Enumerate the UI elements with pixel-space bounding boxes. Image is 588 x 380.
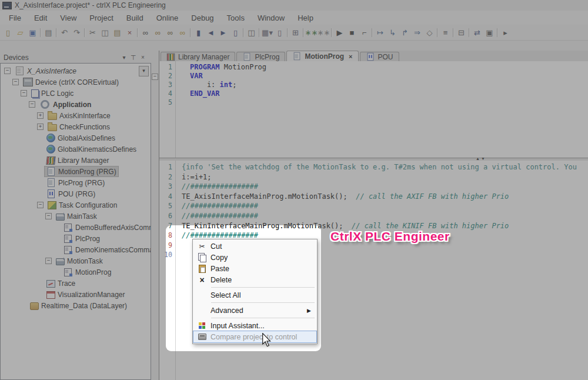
next-bookmark-icon[interactable]: ► (217, 26, 229, 38)
device-grid-icon[interactable]: ⊞ (289, 26, 302, 38)
collapse-expander-icon[interactable]: − (29, 101, 35, 108)
delete-icon[interactable]: × (123, 26, 136, 38)
line-number[interactable]: 10 (159, 250, 176, 260)
context-menu-item-input-assistant[interactable]: Input Assistant... (193, 320, 316, 331)
context-menu-item-advanced[interactable]: Advanced▶ (193, 305, 316, 316)
print-icon[interactable]: ▤ (42, 26, 55, 38)
tree-item-x-axisinterface[interactable]: −X_AxisInterface▾ (1, 65, 151, 76)
line-number[interactable]: 5 (159, 201, 176, 211)
menu-online[interactable]: Online (150, 12, 185, 24)
run-to-cursor-icon[interactable]: ⇒ (411, 26, 423, 38)
tree-item-visualizationmanager[interactable]: VisualizationManager (1, 289, 151, 300)
paste-icon[interactable]: ▤ (111, 26, 123, 38)
line-number[interactable]: 1 (159, 162, 176, 172)
tree-item-plc-logic[interactable]: −PLC Logic (1, 88, 151, 99)
clear-bookmarks-icon[interactable]: ▯ (229, 26, 242, 38)
context-menu-item-delete[interactable]: ×Delete (193, 274, 316, 285)
panel-close-icon[interactable]: × (138, 54, 148, 61)
declaration-editor[interactable]: 1PROGRAM MotionProg2VAR3 i: int;4END_VAR… (159, 61, 588, 159)
sync-icon[interactable]: ⇄ (471, 26, 483, 38)
stop-icon[interactable]: ■ (346, 26, 358, 38)
insert-object-icon[interactable]: ▦▾ (261, 26, 273, 38)
collapse-expander-icon[interactable]: − (4, 68, 11, 74)
cut-icon[interactable]: ✂ (86, 26, 99, 38)
find-in-selection-icon[interactable]: ∞ (152, 26, 164, 38)
collapse-expander-icon[interactable]: − (12, 79, 19, 85)
collapse-expander-icon[interactable]: − (45, 258, 52, 264)
logout-icon[interactable]: ∗∗ (318, 26, 330, 38)
tree-item-plcprog-prg[interactable]: PlcProg (PRG) (1, 177, 151, 188)
download-icon[interactable]: ▣ (483, 26, 496, 38)
tree-item-application[interactable]: −Application (1, 99, 151, 110)
tree-item-pou-prg[interactable]: POU (PRG) (1, 188, 151, 199)
display-mode-icon[interactable]: ⊟ (455, 26, 467, 38)
code-line-5[interactable]: 5//################ (159, 201, 588, 211)
tree-item-axiskininterface[interactable]: +AxisKinInterface (1, 110, 151, 121)
tree-item-plcprog[interactable]: PlcProg (1, 233, 151, 244)
line-number[interactable]: 2 (159, 72, 176, 81)
tree-item-demokinematicscomman[interactable]: DemoKinematicsComman (1, 244, 151, 255)
code-line-4[interactable]: 4TE_AxisInterfaceMainProg.mMotionTask();… (159, 192, 588, 202)
tree-item-device-ctrlx-corevirtual[interactable]: −Device (ctrlX COREvirtual) (1, 76, 151, 88)
menu-help[interactable]: Help (291, 12, 320, 24)
bookmark-icon[interactable]: ▮ (192, 26, 205, 38)
single-cycle-icon[interactable]: ⌐ (358, 26, 370, 38)
tree-item-realtime-data-datalayer[interactable]: Realtime_Data (DataLayer) (1, 300, 151, 311)
collapse-expander-icon[interactable]: − (45, 213, 52, 219)
context-menu-item-select-all[interactable]: Select All (193, 289, 316, 301)
open-project-icon[interactable]: ▱ (14, 26, 26, 38)
step-over-icon[interactable]: ↦ (374, 26, 386, 38)
code-line-3[interactable]: 3 i: int; (159, 81, 588, 89)
menu-window[interactable]: Window (251, 12, 291, 24)
find-icon[interactable]: ∞ (139, 26, 152, 38)
menu-view[interactable]: View (54, 12, 83, 24)
code-line-1[interactable]: 1PROGRAM MotionProg (159, 63, 588, 72)
line-number[interactable]: 9 (159, 241, 176, 251)
replace-icon[interactable]: ∞ (164, 26, 176, 38)
code-line-2[interactable]: 2VAR (159, 72, 588, 81)
menu-build[interactable]: Build (120, 12, 150, 24)
step-into-icon[interactable]: ↳ (386, 26, 399, 38)
expand-expander-icon[interactable]: + (37, 124, 44, 130)
line-number[interactable]: 4 (159, 192, 176, 202)
menu-project[interactable]: Project (83, 12, 119, 24)
line-number[interactable]: 5 (159, 98, 176, 107)
undo-icon[interactable]: ↶ (58, 26, 71, 38)
tree-root-dropdown-icon[interactable]: ▾ (139, 66, 149, 76)
login-icon[interactable]: ∗∗ (305, 26, 318, 38)
toolbar-overflow-icon[interactable]: ▸ (499, 26, 512, 38)
step-out-icon[interactable]: ↱ (399, 26, 411, 38)
tab-pou[interactable]: POU (360, 52, 399, 61)
new-project-icon[interactable]: ▯ (2, 26, 14, 38)
code-line-4[interactable]: 4END_VAR (159, 89, 588, 98)
code-line-2[interactable]: 2i:=i+1; (159, 172, 588, 182)
context-menu-item-paste[interactable]: Paste (193, 263, 316, 274)
tree-item-task-configuration[interactable]: −Task Configuration (1, 199, 151, 211)
line-number[interactable]: 4 (159, 89, 176, 98)
line-number[interactable]: 1 (159, 63, 176, 72)
new-pou-icon[interactable]: ▯ (273, 26, 286, 38)
collapse-expander-icon[interactable]: − (37, 202, 44, 208)
code-line-1[interactable]: 1{info 'Set the watchdog of the MotionTa… (159, 162, 588, 172)
tree-item-motiontask[interactable]: −MotionTask (1, 255, 151, 266)
tree-item-checkfunctions[interactable]: +CheckFunctions (1, 121, 151, 132)
tree-item-maintask[interactable]: −MainTask (1, 211, 151, 222)
panel-dropdown-icon[interactable]: ▾ (119, 54, 129, 61)
code-line-6[interactable]: 6//################ (159, 211, 588, 221)
panel-pin-icon[interactable]: ⊥ (129, 54, 138, 61)
tree-item-demobufferedaxiscomma[interactable]: DemoBufferedAxisComma (1, 222, 151, 233)
breakpoint-icon[interactable]: ◇ (423, 26, 436, 38)
expand-expander-icon[interactable]: + (37, 112, 44, 119)
tab-library-manager[interactable]: Library Manager (161, 52, 235, 61)
code-line-5[interactable]: 5 (159, 98, 588, 107)
tree-item-library-manager[interactable]: Library Manager (1, 155, 151, 166)
copy-icon[interactable]: ◫ (99, 26, 111, 38)
line-number[interactable]: 2 (159, 172, 176, 182)
tree-item-motionprog-prg[interactable]: MotionProg (PRG) (1, 166, 151, 177)
redo-icon[interactable]: ↷ (71, 26, 83, 38)
replace-in-selection-icon[interactable]: ∞ (176, 26, 189, 38)
menu-debug[interactable]: Debug (185, 12, 220, 24)
line-number[interactable]: 3 (159, 81, 176, 89)
tree-item-motionprog[interactable]: MotionProg (1, 266, 151, 278)
context-menu-item-copy[interactable]: Copy (193, 252, 316, 263)
